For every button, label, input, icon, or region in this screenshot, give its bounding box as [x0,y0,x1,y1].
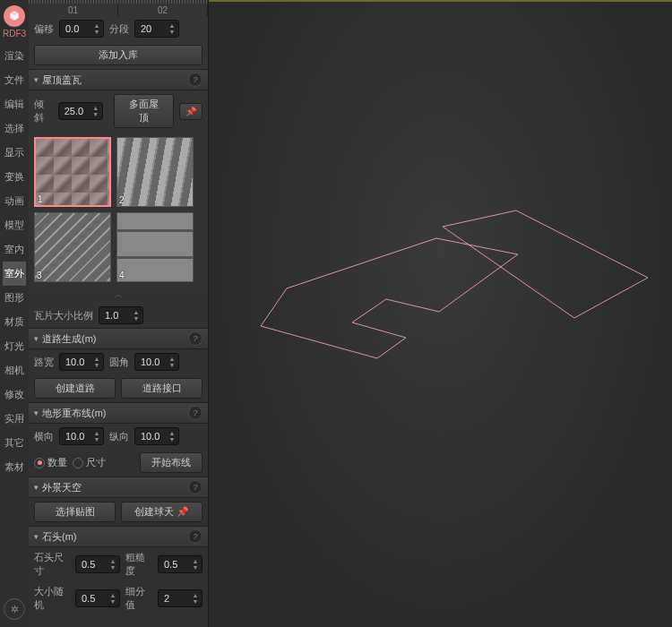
help-icon[interactable]: ? [188,73,202,87]
stone-rand-label: 大小随机 [34,585,70,612]
pin-icon[interactable]: 📌 [179,103,202,120]
tab-01[interactable]: 01 [29,4,118,16]
svg-marker-7 [261,238,518,358]
sidebar-item-2[interactable]: 编辑 [3,92,26,116]
stone-rand-spinner[interactable]: 0.5▲▼ [75,589,120,607]
top-tabs: 01 02 [29,4,208,16]
offset-label: 偏移 [34,22,54,36]
tab-02[interactable]: 02 [118,4,208,16]
create-road-button[interactable]: 创建道路 [34,378,116,399]
segments-spinner[interactable]: 20▲▼ [134,20,179,38]
start-wiring-button[interactable]: 开始布线 [140,452,202,473]
stone-size-label: 石头尺寸 [34,551,70,578]
offset-spinner[interactable]: 0.0▲▼ [59,20,104,38]
radio-size[interactable]: 尺寸 [73,456,106,469]
roof-thumbnails: 1 2 3 4 [29,132,208,288]
road-fillet-spinner[interactable]: 10.0▲▼ [134,353,179,371]
sky-section-header[interactable]: ▾ 外景天空 ? [29,477,208,498]
sidebar-item-7[interactable]: 模型 [3,213,26,237]
chevron-down-icon: ▾ [34,75,39,84]
sidebar-item-16[interactable]: 其它 [3,431,26,455]
sidebar-item-13[interactable]: 相机 [3,358,26,382]
terrain-v-label: 纵向 [109,430,129,443]
sidebar-item-8[interactable]: 室内 [3,237,26,262]
pick-texture-button[interactable]: 选择贴图 [34,502,116,522]
create-skydome-button[interactable]: 创建球天 📌 [121,502,202,522]
multiface-roof-button[interactable]: 多面屋顶 [114,94,174,128]
viewport-shapes [209,2,672,627]
chevron-down-icon: ▾ [34,408,39,417]
sidebar-item-1[interactable]: 文件 [3,68,26,92]
stone-size-spinner[interactable]: 0.5▲▼ [75,555,120,573]
roof-thumb-3[interactable]: 3 [34,212,111,282]
chevron-down-icon: ▾ [34,334,39,343]
tile-scale-spinner[interactable]: 1.0▲▼ [99,306,143,324]
chevron-down-icon: ▾ [34,483,39,492]
stone-sub-label: 细分值 [125,585,152,612]
tile-scale-label: 瓦片大小比例 [34,309,93,322]
sidebar-item-15[interactable]: 实用 [3,407,26,431]
sidebar-item-5[interactable]: 变换 [3,165,26,189]
sidebar-item-17[interactable]: 素材 [3,455,26,479]
app-label: RDF3 [3,29,26,39]
radio-quantity[interactable]: 数量 [34,456,67,469]
add-to-library-button[interactable]: 添加入库 [34,45,202,65]
roof-section-header[interactable]: ▾ 屋顶盖瓦 ? [29,70,208,90]
road-junction-button[interactable]: 道路接口 [121,378,202,399]
left-sidebar: RDF3 渲染文件编辑选择显示变换动画模型室内室外图形材质灯光相机修改实用其它素… [0,0,29,627]
collapse-up-icon[interactable]: ︿ [29,288,208,303]
sidebar-item-12[interactable]: 灯光 [3,334,26,358]
settings-gear-icon[interactable]: ✲ [4,598,25,620]
terrain-section-header[interactable]: ▾ 地形重布线(m) ? [29,403,208,424]
sidebar-item-4[interactable]: 显示 [3,141,26,165]
stone-rough-spinner[interactable]: 0.5▲▼ [158,555,202,573]
sidebar-item-14[interactable]: 修改 [3,382,26,407]
properties-panel: 01 02 偏移 0.0▲▼ 分段 20▲▼ 添加入库 ▾ 屋顶盖瓦 ? 倾斜 … [29,0,209,627]
help-icon[interactable]: ? [188,529,202,544]
app-logo [4,5,25,27]
tilt-label: 倾斜 [34,98,53,125]
stone-sub-spinner[interactable]: 2▲▼ [158,589,202,607]
terrain-h-spinner[interactable]: 10.0▲▼ [59,427,104,445]
stone-rough-label: 粗糙度 [125,551,152,578]
road-fillet-label: 圆角 [109,356,129,369]
help-icon[interactable]: ? [188,406,202,420]
chevron-down-icon: ▾ [34,532,39,541]
sidebar-item-0[interactable]: 渲染 [3,44,26,68]
road-width-spinner[interactable]: 10.0▲▼ [59,353,104,371]
roof-thumb-2[interactable]: 2 [116,137,194,207]
svg-marker-8 [443,210,648,318]
terrain-v-spinner[interactable]: 10.0▲▼ [134,427,179,445]
roof-thumb-1[interactable]: 1 [34,137,111,207]
viewport-3d[interactable]: ✛ [209,0,672,627]
sidebar-item-10[interactable]: 图形 [3,286,26,310]
tilt-spinner[interactable]: 25.0▲▼ [58,102,103,120]
segments-label: 分段 [109,22,129,36]
sidebar-item-3[interactable]: 选择 [3,116,26,141]
help-icon[interactable]: ? [188,480,202,494]
terrain-h-label: 横向 [34,430,54,443]
road-width-label: 路宽 [34,356,54,369]
road-section-header[interactable]: ▾ 道路生成(m) ? [29,329,208,349]
roof-thumb-4[interactable]: 4 [116,212,194,282]
stone-section-header[interactable]: ▾ 石头(m) ? [29,527,208,547]
help-icon[interactable]: ? [188,331,202,346]
sidebar-item-11[interactable]: 材质 [3,310,26,334]
sidebar-item-6[interactable]: 动画 [3,189,26,213]
sidebar-item-9[interactable]: 室外 [3,262,26,286]
